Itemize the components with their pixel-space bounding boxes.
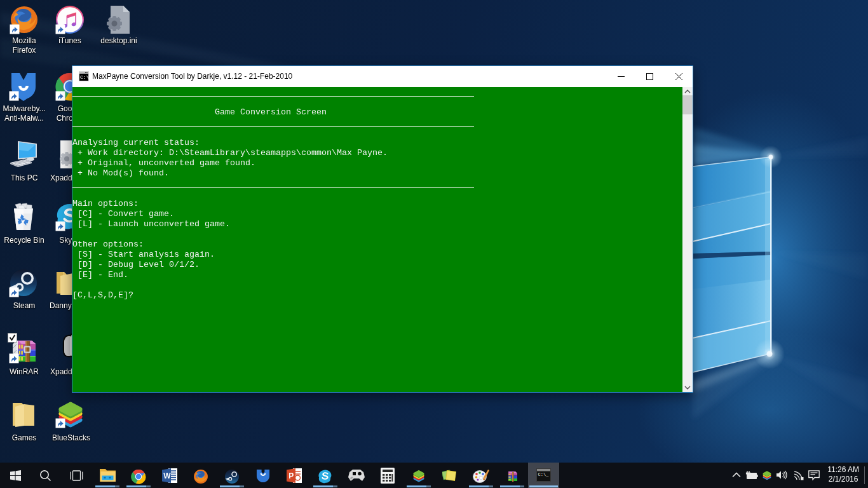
svg-text:P: P bbox=[288, 471, 294, 480]
svg-text:C:\: C:\ bbox=[80, 74, 89, 80]
svg-text:W: W bbox=[163, 471, 171, 480]
svg-text:C:\_: C:\_ bbox=[538, 472, 550, 477]
